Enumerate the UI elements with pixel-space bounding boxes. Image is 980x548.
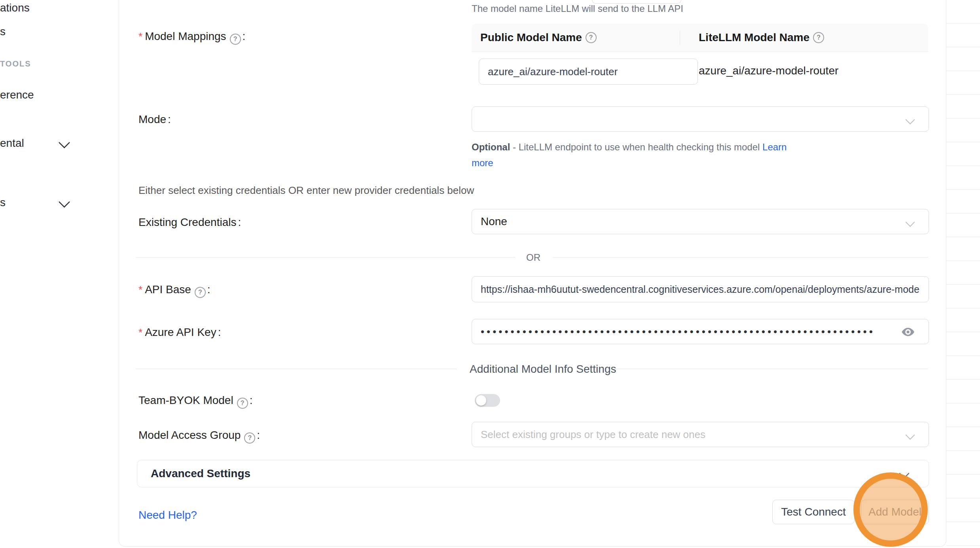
column-divider <box>680 30 680 45</box>
azure-api-key-label: *Azure API Key: <box>138 326 221 339</box>
chevron-down-icon <box>905 430 915 440</box>
need-help-link[interactable]: Need Help? <box>138 509 197 521</box>
chevron-down-icon[interactable] <box>59 137 70 149</box>
column-header-litellm-model-name: LiteLLM Model Name ? <box>699 31 824 44</box>
team-byok-toggle[interactable] <box>475 394 500 407</box>
test-connect-button[interactable]: Test Connect <box>772 500 855 524</box>
help-question-icon[interactable]: ? <box>244 432 255 444</box>
chevron-down-icon <box>905 217 915 227</box>
team-byok-label: Team-BYOK Model?: <box>138 394 252 409</box>
model-access-group-select[interactable]: Select existing groups or type to create… <box>472 422 929 447</box>
azure-api-key-input[interactable]: ••••••••••••••••••••••••••••••••••••••••… <box>472 319 929 344</box>
mode-helper-text: Optional - LiteLLM endpoint to use when … <box>472 139 804 171</box>
api-base-label: *API Base?: <box>138 283 210 298</box>
model-name-helper-text: The model name LiteLLM will send to the … <box>472 3 683 14</box>
mode-select[interactable] <box>472 106 929 132</box>
sidebar-item-settings[interactable]: s <box>0 196 6 209</box>
credentials-note: Either select existing credentials OR en… <box>138 184 474 197</box>
add-model-page: ations s TOOLS erence ental s The model … <box>0 0 980 548</box>
section-divider-line-right <box>616 369 928 369</box>
table-header-row: Public Model Name ? LiteLLM Model Name ? <box>472 24 928 52</box>
additional-settings-divider-title: Additional Model Info Settings <box>470 363 616 375</box>
or-divider-line-left <box>136 257 515 258</box>
section-divider-line-left <box>136 369 457 369</box>
model-mappings-table: Public Model Name ? LiteLLM Model Name ?… <box>472 24 928 116</box>
existing-credentials-select[interactable]: None <box>472 209 929 234</box>
click-annotation-circle <box>853 472 928 547</box>
or-divider-line-right <box>553 257 928 258</box>
existing-credentials-label: Existing Credentials: <box>138 216 241 229</box>
api-base-input[interactable]: https://ishaa-mh6uutut-swedencentral.cog… <box>472 276 929 302</box>
public-model-name-input[interactable]: azure_ai/azure-model-router <box>479 59 698 85</box>
model-access-group-label: Model Access Group?: <box>138 429 260 444</box>
required-asterisk: * <box>138 30 142 42</box>
eye-toggle-icon[interactable] <box>901 325 915 339</box>
mode-label: Mode: <box>138 113 171 126</box>
or-divider-text: OR <box>526 252 540 263</box>
help-question-icon[interactable]: ? <box>586 32 597 43</box>
chevron-down-icon[interactable] <box>59 196 70 208</box>
table-row: azure_ai/azure-model-router azure_ai/azu… <box>472 52 928 116</box>
help-question-icon[interactable]: ? <box>230 34 241 45</box>
advanced-settings-panel[interactable]: Advanced Settings <box>137 460 929 487</box>
sidebar-item-inference[interactable]: erence <box>0 89 34 101</box>
toggle-knob <box>476 395 486 406</box>
sidebar-section-tools: TOOLS <box>0 59 31 68</box>
column-header-public-model-name: Public Model Name ? <box>480 31 597 44</box>
background-table-lines <box>946 0 980 548</box>
sidebar-item-models[interactable]: s <box>0 25 6 38</box>
chevron-down-icon <box>905 115 915 124</box>
sidebar-item-integrations[interactable]: ations <box>0 2 30 14</box>
litellm-model-name-value: azure_ai/azure-model-router <box>699 64 838 77</box>
help-question-icon[interactable]: ? <box>813 32 824 43</box>
advanced-settings-title: Advanced Settings <box>151 467 250 480</box>
required-asterisk: * <box>138 284 142 296</box>
help-question-icon[interactable]: ? <box>237 398 248 409</box>
sidebar-item-experimental[interactable]: ental <box>0 137 24 150</box>
model-mappings-label: *Model Mappings?: <box>138 30 245 45</box>
required-asterisk: * <box>138 326 142 338</box>
help-question-icon[interactable]: ? <box>195 287 206 298</box>
